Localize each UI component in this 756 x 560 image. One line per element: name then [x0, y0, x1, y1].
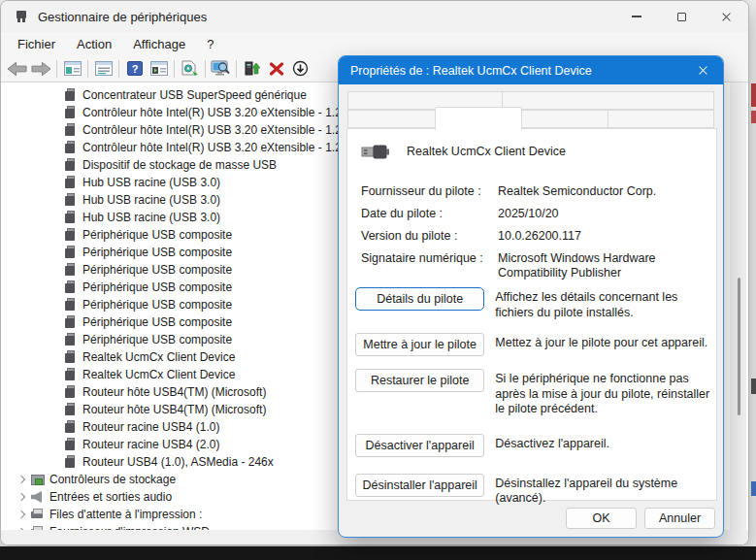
maximize-button[interactable] — [659, 1, 704, 32]
tab-row-back — [347, 91, 714, 110]
properties-button[interactable] — [91, 57, 115, 81]
tree-item-label: Realtek UcmCx Client Device — [82, 368, 235, 381]
tree-item-label: Contrôleur hôte Intel(R) USB 3.20 eXtens… — [82, 106, 347, 119]
driver-field: Date du pilote : 2025/10/20 — [361, 207, 708, 221]
tab-evenements[interactable] — [608, 110, 714, 128]
roll-back-driver-button[interactable]: Restaurer le pilote — [355, 369, 484, 392]
driver-action-description: Mettez à jour le pilote pour cet apparei… — [495, 333, 710, 351]
usb-icon — [64, 350, 76, 364]
menu-item[interactable]: Action — [66, 34, 122, 54]
action-pane-icon — [150, 61, 168, 76]
cancel-button[interactable]: Annuler — [644, 508, 715, 529]
driver-actions: Détails du pilote Affichez les détails c… — [355, 287, 710, 519]
disable-device-button[interactable] — [288, 57, 312, 81]
tree-item-label: Hub USB racine (USB 3.0) — [82, 211, 220, 224]
scan-hardware-changes-button[interactable] — [178, 57, 202, 81]
tab-pilote[interactable] — [435, 107, 522, 130]
usb-icon — [64, 176, 76, 189]
background-fragment — [751, 481, 756, 496]
disable-device-button[interactable]: Désactiver l'appareil — [355, 434, 484, 457]
driver-fields: Fournisseur du pilote : Realtek Semicond… — [361, 184, 708, 288]
chevron-right-icon[interactable] — [16, 508, 29, 521]
usb-icon — [64, 385, 76, 399]
update-driver-icon — [244, 60, 260, 77]
toolbar-separator — [174, 60, 175, 78]
usb-icon — [64, 403, 76, 416]
tree-item-label: Périphérique USB composite — [82, 315, 232, 329]
driver-field: Fournisseur du pilote : Realtek Semicond… — [361, 184, 708, 199]
tree-item-label: Périphérique USB composite — [82, 246, 232, 259]
tab-general[interactable] — [347, 110, 436, 128]
tree-item-label: Périphérique USB composite — [82, 280, 232, 294]
driver-action-row: Restaurer le pilote Si le périphérique n… — [355, 369, 710, 417]
tree-item-label: Routeur racine USB4 (2.0) — [82, 438, 219, 451]
window-titlebar: Gestionnaire de périphériques — [1, 1, 748, 32]
menu-item[interactable]: Affichage — [122, 34, 196, 54]
update-driver-button[interactable] — [240, 57, 264, 81]
usb-icon — [64, 211, 76, 224]
chevron-right-icon[interactable] — [16, 490, 29, 504]
close-button[interactable] — [704, 1, 748, 32]
driver-action-row: Mettre à jour le pilote Mettez à jour le… — [355, 333, 710, 356]
tree-item-label: Périphérique USB composite — [82, 298, 232, 312]
tree-item-label: Routeur racine USB4 (1.0) — [82, 420, 219, 434]
window-title: Gestionnaire de périphériques — [38, 10, 207, 24]
uninstall-device-icon — [269, 62, 284, 76]
field-value: Realtek Semiconductor Corp. — [498, 184, 708, 199]
screen: Gestionnaire de périphériques FichierAct… — [0, 0, 756, 560]
driver-details-button[interactable]: Détails du pilote — [355, 287, 484, 311]
usb-icon — [64, 246, 76, 259]
audio-icon — [31, 490, 43, 504]
action-pane-button[interactable] — [147, 57, 171, 81]
usb-icon — [64, 88, 76, 102]
tree-item-label: Hub USB racine (USB 3.0) — [82, 193, 220, 207]
scan-hardware-changes-icon — [181, 60, 199, 77]
usb-icon — [64, 315, 76, 329]
help-button[interactable]: ? — [122, 57, 147, 81]
menu-bar: FichierActionAffichage? — [1, 32, 748, 55]
field-label: Date du pilote : — [361, 207, 498, 221]
driver-action-description: Affichez les détails concernant les fich… — [495, 287, 710, 320]
show-console-tree-button[interactable] — [60, 57, 84, 81]
maximize-icon — [677, 13, 686, 21]
help-icon: ? — [127, 61, 143, 76]
uninstall-device-button[interactable]: Désinstaller l'appareil — [355, 474, 484, 497]
usb-icon — [64, 123, 76, 137]
driver-action-row: Désactiver l'appareil Désactivez l'appar… — [355, 434, 710, 457]
tree-item-label: Périphérique USB composite — [82, 263, 232, 277]
forward-icon — [31, 61, 51, 77]
chevron-right-icon[interactable] — [16, 473, 29, 486]
usb-icon — [64, 438, 76, 451]
properties-icon — [95, 61, 113, 76]
scrollbar-thumb[interactable] — [738, 278, 740, 415]
tree-item-label: Files d'attente à l'impression : — [49, 508, 202, 521]
usb-icon — [64, 193, 76, 207]
minimize-button[interactable] — [614, 1, 659, 32]
tree-item-label: Contrôleur hôte Intel(R) USB 3.20 eXtens… — [82, 123, 347, 137]
storage-icon — [31, 473, 43, 486]
dialog-close-button[interactable] — [682, 56, 723, 84]
dialog-titlebar: Propriétés de : Realtek UcmCx Client Dev… — [339, 56, 723, 84]
back-icon — [7, 61, 27, 77]
tree-item-label: Entrées et sorties audio — [49, 490, 172, 504]
tree-item-label: Périphérique USB composite — [82, 333, 232, 346]
forward-button[interactable] — [29, 57, 53, 81]
background-fragment — [751, 83, 756, 107]
toolbar-separator — [236, 60, 237, 78]
desktop-background — [0, 546, 756, 560]
tab-gestion-alimentation[interactable] — [502, 91, 714, 110]
update-driver-button[interactable]: Mettre à jour le pilote — [355, 333, 484, 356]
back-button[interactable] — [5, 57, 29, 81]
ok-button[interactable]: OK — [566, 508, 637, 529]
tab-details[interactable] — [521, 110, 608, 128]
menu-item[interactable]: Fichier — [7, 34, 66, 54]
tree-scrollbar[interactable] — [730, 82, 746, 530]
menu-item[interactable]: ? — [196, 34, 224, 54]
svg-text:?: ? — [131, 63, 138, 75]
field-value: Microsoft Windows Hardware Compatibility… — [498, 251, 708, 280]
toolbar-separator — [205, 60, 206, 78]
tree-item-label: Routeur USB4 (1.0), ASMedia - 246x — [82, 455, 274, 469]
search-computer-button[interactable] — [209, 57, 233, 81]
uninstall-device-button[interactable] — [264, 57, 288, 81]
device-name: Realtek UcmCx Client Device — [407, 145, 566, 158]
